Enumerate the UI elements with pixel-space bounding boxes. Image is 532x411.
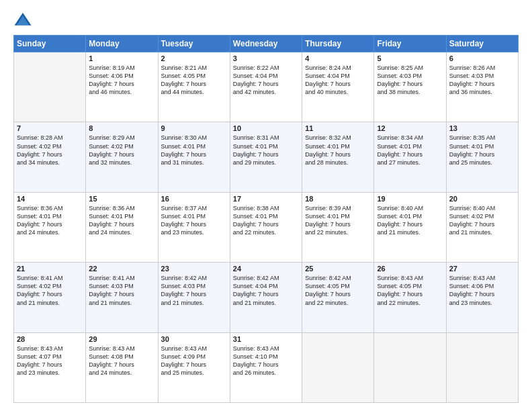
day-number: 2 [161, 54, 227, 62]
calendar-cell: 16Sunrise: 8:37 AM Sunset: 4:01 PM Dayli… [158, 192, 230, 262]
calendar-cell: 18Sunrise: 8:39 AM Sunset: 4:01 PM Dayli… [302, 192, 374, 262]
day-info: Sunrise: 8:41 AM Sunset: 4:03 PM Dayligh… [89, 274, 154, 307]
calendar-cell: 3Sunrise: 8:22 AM Sunset: 4:04 PM Daylig… [230, 52, 302, 122]
week-row-2: 7Sunrise: 8:28 AM Sunset: 4:02 PM Daylig… [14, 122, 519, 192]
calendar-cell [374, 332, 446, 402]
week-row-3: 14Sunrise: 8:36 AM Sunset: 4:01 PM Dayli… [14, 192, 519, 262]
day-number: 27 [449, 265, 515, 273]
calendar-cell: 25Sunrise: 8:42 AM Sunset: 4:05 PM Dayli… [302, 263, 374, 332]
weekday-header-thursday: Thursday [302, 36, 374, 52]
weekday-header-wednesday: Wednesday [230, 36, 302, 52]
day-number: 10 [233, 124, 299, 132]
day-info: Sunrise: 8:24 AM Sunset: 4:04 PM Dayligh… [305, 64, 371, 97]
day-number: 11 [305, 124, 371, 132]
week-row-1: 1Sunrise: 8:19 AM Sunset: 4:06 PM Daylig… [14, 52, 519, 122]
logo-icon [13, 11, 32, 30]
day-number: 13 [449, 124, 515, 132]
calendar-cell: 19Sunrise: 8:40 AM Sunset: 4:01 PM Dayli… [374, 192, 446, 262]
day-info: Sunrise: 8:43 AM Sunset: 4:10 PM Dayligh… [233, 345, 299, 377]
day-info: Sunrise: 8:39 AM Sunset: 4:01 PM Dayligh… [305, 204, 371, 237]
weekday-header-saturday: Saturday [446, 36, 518, 52]
calendar-cell: 17Sunrise: 8:38 AM Sunset: 4:01 PM Dayli… [230, 192, 302, 262]
calendar-cell: 15Sunrise: 8:36 AM Sunset: 4:01 PM Dayli… [86, 192, 158, 262]
day-number: 3 [233, 54, 299, 62]
calendar-cell: 14Sunrise: 8:36 AM Sunset: 4:01 PM Dayli… [14, 192, 86, 262]
calendar-table: SundayMondayTuesdayWednesdayThursdayFrid… [13, 35, 519, 403]
day-number: 31 [233, 335, 299, 343]
calendar-cell: 29Sunrise: 8:43 AM Sunset: 4:08 PM Dayli… [86, 332, 158, 402]
calendar-cell: 4Sunrise: 8:24 AM Sunset: 4:04 PM Daylig… [302, 52, 374, 122]
day-number: 24 [233, 265, 299, 273]
day-info: Sunrise: 8:38 AM Sunset: 4:01 PM Dayligh… [233, 204, 299, 237]
calendar-cell: 31Sunrise: 8:43 AM Sunset: 4:10 PM Dayli… [230, 332, 302, 402]
calendar-cell: 1Sunrise: 8:19 AM Sunset: 4:06 PM Daylig… [86, 52, 158, 122]
day-number: 7 [17, 124, 83, 132]
week-row-4: 21Sunrise: 8:41 AM Sunset: 4:02 PM Dayli… [14, 263, 519, 332]
day-number: 9 [161, 124, 227, 132]
day-number: 21 [17, 265, 83, 273]
day-info: Sunrise: 8:25 AM Sunset: 4:03 PM Dayligh… [377, 64, 443, 97]
calendar-cell: 5Sunrise: 8:25 AM Sunset: 4:03 PM Daylig… [374, 52, 446, 122]
day-info: Sunrise: 8:21 AM Sunset: 4:05 PM Dayligh… [161, 64, 227, 97]
day-number: 16 [161, 195, 227, 203]
day-number: 26 [377, 265, 443, 273]
day-number: 15 [89, 195, 154, 203]
day-info: Sunrise: 8:41 AM Sunset: 4:02 PM Dayligh… [17, 274, 83, 307]
day-number: 22 [89, 265, 154, 273]
day-number: 12 [377, 124, 443, 132]
day-number: 23 [161, 265, 227, 273]
logo [13, 11, 35, 30]
calendar-cell: 13Sunrise: 8:35 AM Sunset: 4:01 PM Dayli… [446, 122, 518, 192]
weekday-header-friday: Friday [374, 36, 446, 52]
day-number: 19 [377, 195, 443, 203]
calendar-cell: 22Sunrise: 8:41 AM Sunset: 4:03 PM Dayli… [86, 263, 158, 332]
calendar-cell: 24Sunrise: 8:42 AM Sunset: 4:04 PM Dayli… [230, 263, 302, 332]
day-number: 29 [89, 335, 154, 343]
calendar-cell: 27Sunrise: 8:43 AM Sunset: 4:06 PM Dayli… [446, 263, 518, 332]
calendar-cell: 12Sunrise: 8:34 AM Sunset: 4:01 PM Dayli… [374, 122, 446, 192]
day-number: 20 [449, 195, 515, 203]
day-info: Sunrise: 8:32 AM Sunset: 4:01 PM Dayligh… [305, 134, 371, 167]
calendar-cell: 26Sunrise: 8:43 AM Sunset: 4:05 PM Dayli… [374, 263, 446, 332]
calendar-cell: 23Sunrise: 8:42 AM Sunset: 4:03 PM Dayli… [158, 263, 230, 332]
weekday-header-sunday: Sunday [14, 36, 86, 52]
day-number: 28 [17, 335, 83, 343]
day-info: Sunrise: 8:37 AM Sunset: 4:01 PM Dayligh… [161, 204, 227, 237]
day-info: Sunrise: 8:28 AM Sunset: 4:02 PM Dayligh… [17, 134, 83, 167]
day-info: Sunrise: 8:43 AM Sunset: 4:06 PM Dayligh… [449, 274, 515, 307]
day-number: 30 [161, 335, 227, 343]
calendar-cell: 8Sunrise: 8:29 AM Sunset: 4:02 PM Daylig… [86, 122, 158, 192]
calendar-cell [14, 52, 86, 122]
day-number: 6 [449, 54, 515, 62]
calendar-cell: 2Sunrise: 8:21 AM Sunset: 4:05 PM Daylig… [158, 52, 230, 122]
day-number: 18 [305, 195, 371, 203]
day-info: Sunrise: 8:36 AM Sunset: 4:01 PM Dayligh… [17, 204, 83, 237]
calendar-cell [446, 332, 518, 402]
day-info: Sunrise: 8:19 AM Sunset: 4:06 PM Dayligh… [89, 64, 154, 97]
day-info: Sunrise: 8:42 AM Sunset: 4:04 PM Dayligh… [233, 274, 299, 307]
weekday-header-tuesday: Tuesday [158, 36, 230, 52]
calendar-cell: 9Sunrise: 8:30 AM Sunset: 4:01 PM Daylig… [158, 122, 230, 192]
day-info: Sunrise: 8:42 AM Sunset: 4:05 PM Dayligh… [305, 274, 371, 307]
day-info: Sunrise: 8:29 AM Sunset: 4:02 PM Dayligh… [89, 134, 154, 167]
calendar-cell: 7Sunrise: 8:28 AM Sunset: 4:02 PM Daylig… [14, 122, 86, 192]
day-info: Sunrise: 8:40 AM Sunset: 4:01 PM Dayligh… [377, 204, 443, 237]
day-info: Sunrise: 8:43 AM Sunset: 4:05 PM Dayligh… [377, 274, 443, 307]
day-info: Sunrise: 8:26 AM Sunset: 4:03 PM Dayligh… [449, 64, 515, 97]
calendar-cell: 28Sunrise: 8:43 AM Sunset: 4:07 PM Dayli… [14, 332, 86, 402]
day-info: Sunrise: 8:30 AM Sunset: 4:01 PM Dayligh… [161, 134, 227, 167]
day-info: Sunrise: 8:43 AM Sunset: 4:09 PM Dayligh… [161, 345, 227, 377]
calendar-cell: 21Sunrise: 8:41 AM Sunset: 4:02 PM Dayli… [14, 263, 86, 332]
day-number: 17 [233, 195, 299, 203]
day-number: 1 [89, 54, 154, 62]
day-number: 5 [377, 54, 443, 62]
day-info: Sunrise: 8:31 AM Sunset: 4:01 PM Dayligh… [233, 134, 299, 167]
calendar-cell: 11Sunrise: 8:32 AM Sunset: 4:01 PM Dayli… [302, 122, 374, 192]
day-info: Sunrise: 8:42 AM Sunset: 4:03 PM Dayligh… [161, 274, 227, 307]
day-number: 25 [305, 265, 371, 273]
day-info: Sunrise: 8:43 AM Sunset: 4:08 PM Dayligh… [89, 345, 154, 377]
weekday-header-row: SundayMondayTuesdayWednesdayThursdayFrid… [14, 36, 519, 52]
calendar-page: SundayMondayTuesdayWednesdayThursdayFrid… [0, 0, 532, 411]
day-info: Sunrise: 8:22 AM Sunset: 4:04 PM Dayligh… [233, 64, 299, 97]
calendar-cell: 30Sunrise: 8:43 AM Sunset: 4:09 PM Dayli… [158, 332, 230, 402]
